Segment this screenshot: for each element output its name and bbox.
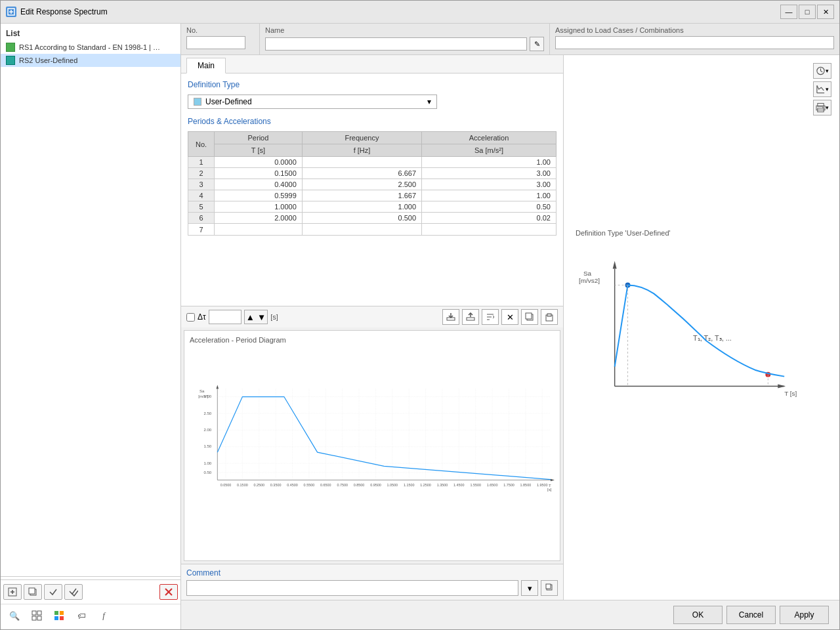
definition-type-title: Definition Type <box>188 80 556 89</box>
check-button[interactable] <box>44 584 62 600</box>
svg-text:0.50: 0.50 <box>203 471 211 474</box>
table-row[interactable]: 3 0.4000 2.500 3.00 <box>188 179 556 190</box>
table-row[interactable]: 5 1.0000 1.000 0.50 <box>188 201 556 213</box>
color-bottom-btn[interactable] <box>51 608 68 623</box>
cell-period[interactable]: 0.4000 <box>215 179 303 190</box>
cell-period[interactable]: 0.0000 <box>215 157 303 168</box>
sidebar-item-rs1[interactable]: RS1 According to Standard - EN 1998-1 | … <box>1 41 180 54</box>
table-row[interactable]: 7 <box>188 224 556 236</box>
title-bar-left: Edit Response Spectrum <box>6 7 108 17</box>
ok-button[interactable]: OK <box>673 606 723 624</box>
cell-freq[interactable]: 0.500 <box>302 213 421 224</box>
chart-axes-btn[interactable]: ▾ <box>813 81 831 97</box>
cell-accel[interactable]: 0.50 <box>422 201 556 213</box>
dropdown-chevron-icon: ▾ <box>427 97 431 106</box>
col-freq-header: Frequency <box>302 132 421 144</box>
cell-period[interactable]: 2.0000 <box>215 213 303 224</box>
copy-item-button[interactable] <box>24 584 42 600</box>
col-accel-sub: Sa [m/s²] <box>422 144 556 157</box>
cell-no: 3 <box>188 179 215 190</box>
cancel-button[interactable]: Cancel <box>726 606 776 624</box>
content-area: Definition Type User-Defined ▾ <box>181 74 563 306</box>
svg-text:0.6500: 0.6500 <box>320 483 331 487</box>
close-button[interactable]: ✕ <box>817 5 834 19</box>
accel-chart-svg: Sa [m/s²] T [s] <box>190 346 555 530</box>
cell-no: 7 <box>188 224 215 236</box>
delete-button[interactable] <box>159 584 178 600</box>
maximize-button[interactable]: □ <box>799 5 816 19</box>
table-row[interactable]: 6 2.0000 0.500 0.02 <box>188 213 556 224</box>
minimize-button[interactable]: — <box>780 5 797 19</box>
dropdown-selected: User-Defined <box>205 97 252 106</box>
checkbox-row: Δτ ▲ ▼ [s] <box>186 310 312 324</box>
cell-freq[interactable]: 6.667 <box>302 168 421 179</box>
cell-freq[interactable] <box>302 157 421 168</box>
no-label: No. <box>186 26 254 34</box>
svg-rect-7 <box>29 588 35 594</box>
def-chart: Definition Type 'User-Defined' Sa [m/vs2… <box>569 60 810 595</box>
delta-t-checkbox[interactable] <box>186 313 195 322</box>
cell-accel[interactable]: 0.02 <box>422 213 556 224</box>
delete-row-btn[interactable]: ✕ <box>501 309 518 325</box>
col-freq-sub: f [Hz] <box>302 144 421 157</box>
cell-accel[interactable]: 3.00 <box>422 179 556 190</box>
sort-btn[interactable] <box>482 309 499 325</box>
grid-bottom-btn[interactable] <box>28 608 45 623</box>
import-btn[interactable] <box>442 309 459 325</box>
chart-clock-btn[interactable]: ▾ <box>813 63 831 79</box>
svg-text:0.3500: 0.3500 <box>270 483 282 487</box>
comment-input[interactable] <box>186 580 518 596</box>
cell-accel[interactable]: 1.00 <box>422 190 556 201</box>
cell-freq[interactable] <box>302 224 421 236</box>
definition-type-section: Definition Type User-Defined ▾ <box>188 80 556 109</box>
svg-text:0.4500: 0.4500 <box>287 483 298 487</box>
svg-rect-14 <box>54 611 58 615</box>
delta-t-input[interactable] <box>209 310 242 324</box>
name-input[interactable]: User-Defined <box>265 37 527 51</box>
cell-freq[interactable]: 1.667 <box>302 190 421 201</box>
check2-button[interactable] <box>64 584 83 600</box>
comment-expand-btn[interactable]: ▾ <box>521 580 538 596</box>
svg-marker-96 <box>778 385 786 388</box>
delta-t-down-btn[interactable]: ▼ <box>256 312 267 322</box>
sidebar-item-rs2[interactable]: RS2 User-Defined <box>1 54 180 67</box>
table-row[interactable]: 1 0.0000 1.00 <box>188 157 556 168</box>
formula-bottom-btn[interactable]: f <box>95 608 112 623</box>
paste-btn[interactable] <box>541 309 558 325</box>
copy-btn[interactable] <box>521 309 538 325</box>
delta-t-up-btn[interactable]: ▲ <box>245 312 256 322</box>
tag-bottom-btn[interactable]: 🏷 <box>73 608 90 623</box>
sidebar: List RS1 According to Standard - EN 1998… <box>1 24 181 629</box>
rs1-icon <box>6 43 15 52</box>
new-item-button[interactable] <box>3 584 22 600</box>
comment-copy-btn[interactable] <box>541 580 558 596</box>
table-row[interactable]: 4 0.5999 1.667 1.00 <box>188 190 556 201</box>
definition-type-dropdown[interactable]: User-Defined ▾ <box>188 94 437 109</box>
name-edit-button[interactable]: ✎ <box>530 37 544 51</box>
cell-period[interactable]: 0.5999 <box>215 190 303 201</box>
table-row[interactable]: 2 0.1500 6.667 3.00 <box>188 168 556 179</box>
chart-print-btn[interactable]: ▾ <box>813 100 831 116</box>
header-row: No. RS2 Name User-Defined ✎ Assigned to … <box>181 24 839 55</box>
no-input[interactable]: RS2 <box>186 36 245 49</box>
cell-accel[interactable] <box>422 224 556 236</box>
cell-freq[interactable]: 1.000 <box>302 201 421 213</box>
svg-text:1.00: 1.00 <box>203 461 211 465</box>
svg-rect-11 <box>37 611 41 615</box>
cell-accel[interactable]: 3.00 <box>422 168 556 179</box>
assigned-input[interactable]: LC 5,6 <box>555 36 834 49</box>
cell-period[interactable]: 0.1500 <box>215 168 303 179</box>
svg-text:1.0500: 1.0500 <box>387 483 398 487</box>
cell-period[interactable]: 1.0000 <box>215 201 303 213</box>
apply-button[interactable]: Apply <box>780 606 829 624</box>
cell-period[interactable] <box>215 224 303 236</box>
sidebar-footer <box>1 579 180 604</box>
search-bottom-btn[interactable]: 🔍 <box>6 608 23 623</box>
svg-rect-10 <box>32 611 36 615</box>
cell-freq[interactable]: 2.500 <box>302 179 421 190</box>
export-btn[interactable] <box>462 309 479 325</box>
name-input-row: User-Defined ✎ <box>265 36 544 52</box>
assigned-cell: Assigned to Load Cases / Combinations LC… <box>550 24 839 54</box>
cell-accel[interactable]: 1.00 <box>422 157 556 168</box>
tab-main[interactable]: Main <box>186 58 226 74</box>
